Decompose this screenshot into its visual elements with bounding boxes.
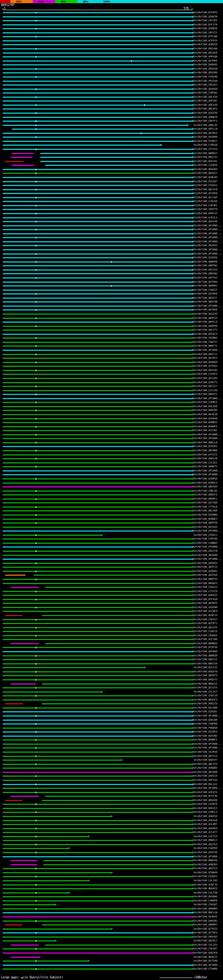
hit-label[interactable]: UniRef100_Q4UHG9 (194, 827, 217, 830)
hit-label[interactable]: UniRef100_C75W06 (194, 967, 217, 971)
hit-bar[interactable] (3, 563, 193, 564)
hit-bar[interactable] (3, 888, 193, 889)
hit-bar[interactable] (3, 542, 193, 544)
hit-label[interactable]: UniRef100_A9QQB5 (194, 766, 217, 770)
hit-bar[interactable] (3, 519, 193, 520)
hit-label[interactable]: UniRef100_Q801L8 (194, 441, 217, 445)
hit-label[interactable]: UniRef100_A9PSQ6 (194, 55, 217, 59)
hit-bar[interactable] (3, 848, 68, 849)
hit-label[interactable]: UniRef100_Q865B4 (194, 272, 217, 276)
hit-bar[interactable] (3, 764, 193, 765)
hit-label[interactable]: UniRef100_Q41058 (194, 192, 217, 196)
hit-bar[interactable] (3, 804, 193, 805)
hit-label[interactable]: UniRef100_Q68XH8 (194, 799, 217, 802)
hit-bar[interactable] (3, 386, 193, 387)
hit-label[interactable]: UniRef100_C4M9P6 (194, 899, 217, 903)
hit-bar[interactable] (3, 133, 193, 134)
hit-bar[interactable] (11, 684, 35, 684)
hit-label[interactable]: UniRef100_Q966N4 (194, 907, 217, 911)
hit-bar[interactable] (5, 161, 23, 162)
hit-label[interactable]: UniRef100_Q8WPA6 (194, 260, 217, 264)
hit-bar[interactable] (45, 165, 193, 166)
hit-bar[interactable] (3, 603, 193, 604)
hit-label[interactable]: UniRef100_B7FKP5 (194, 11, 217, 14)
hit-bar[interactable] (3, 358, 193, 359)
hit-bar[interactable] (3, 410, 193, 411)
hit-bar[interactable] (3, 470, 193, 471)
hit-label[interactable]: UniRef100_P49296 (194, 75, 217, 79)
hit-label[interactable]: UniRef100_Q39B36 (194, 27, 217, 30)
hit-label[interactable]: UniRef100_Q00Q27 (194, 151, 217, 155)
hit-label[interactable]: UniRef100_C1E856 (194, 163, 217, 167)
hit-bar[interactable] (42, 924, 193, 926)
hit-label[interactable]: UniRef100_UP1000... (194, 557, 221, 561)
hit-bar[interactable] (3, 141, 193, 142)
hit-label[interactable]: UniRef100_Q1XXE6 (194, 292, 217, 296)
hit-bar[interactable] (3, 402, 193, 403)
hit-bar[interactable] (3, 450, 193, 451)
hit-bar[interactable] (3, 591, 193, 592)
hit-bar[interactable] (42, 684, 193, 684)
hit-label[interactable]: UniRef100_UP1000... (194, 473, 221, 477)
hit-label[interactable]: UniRef100_B7F450 (194, 598, 217, 601)
hit-bar[interactable] (3, 844, 193, 845)
hit-label[interactable]: UniRef100_A98263 (194, 863, 217, 867)
hit-bar[interactable] (12, 165, 34, 166)
hit-label[interactable]: UniRef100_A9L1T1 (194, 328, 217, 332)
hit-bar[interactable] (3, 904, 55, 905)
hit-bar[interactable] (3, 68, 193, 70)
hit-bar[interactable] (3, 466, 193, 467)
hit-label[interactable]: UniRef100_C5PC96 (194, 537, 217, 541)
hit-label[interactable]: UniRef100_A69112 (194, 658, 217, 662)
hit-label[interactable]: UniRef100_B7FLN8 (194, 35, 217, 38)
hit-label[interactable]: UniRef100_C93D11 (194, 533, 217, 537)
hit-label[interactable]: UniRef100_B55UC3 (194, 332, 217, 336)
hit-label[interactable]: UniRef100_Q95FQ5 (194, 369, 217, 372)
hit-bar[interactable] (3, 60, 193, 62)
hit-bar[interactable] (3, 667, 144, 668)
hit-bar[interactable] (11, 796, 39, 797)
hit-label[interactable]: UniRef100_Q59T46 (194, 851, 217, 854)
hit-bar[interactable] (3, 969, 193, 970)
hit-label[interactable]: UniRef100_C5SGU1 (194, 183, 217, 188)
hit-label[interactable]: UniRef100_C7TUL6 (194, 505, 217, 509)
hit-label[interactable]: UniRef100_C5L3C7 (194, 690, 217, 694)
hit-bar[interactable] (3, 342, 193, 343)
hit-bar[interactable] (3, 961, 88, 962)
hit-label[interactable]: UniRef100_A7PVZ5 (194, 39, 217, 43)
hit-label[interactable]: UniRef100_Q0UP30 (194, 521, 217, 525)
hit-bar[interactable] (3, 659, 193, 660)
hit-label[interactable]: UniRef100_Q6J0Y5 (194, 356, 217, 360)
hit-bar[interactable] (3, 579, 193, 580)
hit-bar[interactable] (3, 836, 88, 837)
hit-label[interactable]: UniRef100_A9A110 (194, 457, 217, 461)
hit-label[interactable]: UniRef100_A7EZL4 (194, 216, 217, 220)
hit-label[interactable]: UniRef100_C5GDS1 (194, 875, 217, 878)
hit-label[interactable]: UniRef100_Q7TE23 (194, 927, 217, 931)
hit-bar[interactable] (3, 64, 193, 65)
hit-label[interactable]: UniRef100_Q58669 (194, 361, 217, 364)
hit-label[interactable]: UniRef100_UP1000... (194, 714, 221, 718)
hit-bar[interactable] (3, 390, 193, 391)
hit-bar[interactable] (3, 852, 193, 853)
hit-label[interactable]: UniRef100_B8NTV5 (194, 578, 217, 581)
hit-label[interactable]: UniRef100_B8MBA5 (194, 642, 217, 646)
hit-label[interactable]: UniRef100_A941T0 (194, 549, 217, 553)
hit-label[interactable]: UniRef100_C4YT14 (194, 835, 217, 838)
hit-bar[interactable] (3, 720, 193, 721)
hit-label[interactable]: UniRef100_Q39336 (194, 111, 217, 115)
hit-label[interactable]: UniRef100_P46050 (194, 726, 217, 730)
hit-bar[interactable] (3, 921, 193, 921)
hit-label[interactable]: UniRef100_C7YV79 (194, 590, 217, 593)
hit-label[interactable]: UniRef100_C1HE19 (194, 630, 217, 633)
hit-label[interactable]: UniRef100_B4D452 (194, 593, 217, 597)
hit-bar[interactable] (3, 868, 193, 869)
hit-label[interactable]: UniRef100_B7FJT0 (194, 23, 217, 27)
hit-label[interactable]: UniRef100_A68KM7 (194, 923, 217, 927)
hit-bar[interactable] (3, 832, 193, 833)
hit-label[interactable]: UniRef100_UP1000... (194, 855, 221, 859)
hit-bar[interactable] (3, 571, 193, 572)
hit-bar[interactable] (3, 912, 193, 913)
hit-label[interactable]: UniRef100_A680Y1 (194, 497, 217, 501)
hit-label[interactable]: UniRef100_B9WV40 (194, 859, 217, 862)
